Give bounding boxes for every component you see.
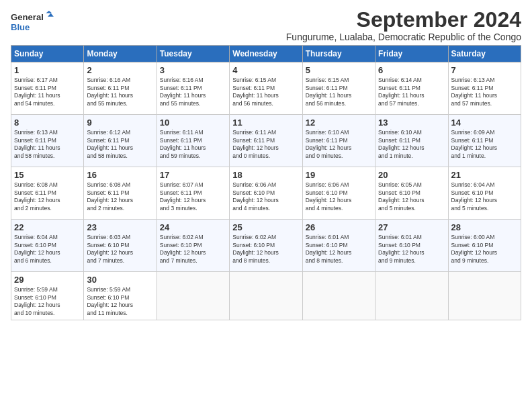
day-content: Sunrise: 6:02 AM Sunset: 6:10 PM Dayligh… <box>160 234 226 265</box>
header-thursday: Thursday <box>302 46 375 62</box>
calendar-header-row: Sunday Monday Tuesday Wednesday Thursday… <box>11 46 521 62</box>
table-row: 2Sunrise: 6:16 AM Sunset: 6:11 PM Daylig… <box>84 62 157 115</box>
day-content: Sunrise: 6:03 AM Sunset: 6:10 PM Dayligh… <box>87 234 153 265</box>
day-content: Sunrise: 6:12 AM Sunset: 6:11 PM Dayligh… <box>87 129 153 160</box>
table-row: 9Sunrise: 6:12 AM Sunset: 6:11 PM Daylig… <box>84 115 157 167</box>
table-row: 4Sunrise: 6:15 AM Sunset: 6:11 PM Daylig… <box>230 62 302 115</box>
day-number: 11 <box>232 118 299 128</box>
day-number: 19 <box>306 170 372 180</box>
day-content: Sunrise: 6:09 AM Sunset: 6:11 PM Dayligh… <box>451 129 518 160</box>
day-content: Sunrise: 6:15 AM Sunset: 6:11 PM Dayligh… <box>232 77 299 107</box>
day-number: 7 <box>451 65 518 75</box>
table-row <box>302 272 375 320</box>
table-row: 21Sunrise: 6:04 AM Sunset: 6:10 PM Dayli… <box>448 167 521 220</box>
day-content: Sunrise: 6:07 AM Sunset: 6:11 PM Dayligh… <box>160 181 226 212</box>
table-row <box>375 272 448 320</box>
table-row: 16Sunrise: 6:08 AM Sunset: 6:11 PM Dayli… <box>84 167 157 220</box>
day-number: 2 <box>87 65 153 75</box>
day-number: 6 <box>378 65 445 75</box>
page-subtitle: Fungurume, Lualaba, Democratic Republic … <box>286 32 521 42</box>
day-content: Sunrise: 6:14 AM Sunset: 6:11 PM Dayligh… <box>378 77 445 107</box>
day-content: Sunrise: 6:15 AM Sunset: 6:11 PM Dayligh… <box>306 77 372 107</box>
day-number: 5 <box>306 65 372 75</box>
day-number: 17 <box>160 170 226 180</box>
header-monday: Monday <box>84 46 157 62</box>
svg-text:General: General <box>11 12 44 22</box>
day-number: 24 <box>160 222 226 232</box>
header-sunday: Sunday <box>11 46 84 62</box>
day-content: Sunrise: 6:06 AM Sunset: 6:10 PM Dayligh… <box>232 181 299 212</box>
table-row: 10Sunrise: 6:11 AM Sunset: 6:11 PM Dayli… <box>157 115 229 167</box>
day-number: 9 <box>87 118 153 128</box>
day-number: 22 <box>14 222 81 232</box>
table-row: 8Sunrise: 6:13 AM Sunset: 6:11 PM Daylig… <box>11 115 84 167</box>
day-content: Sunrise: 6:16 AM Sunset: 6:11 PM Dayligh… <box>87 77 153 107</box>
table-row: 17Sunrise: 6:07 AM Sunset: 6:11 PM Dayli… <box>157 167 229 220</box>
day-content: Sunrise: 5:59 AM Sunset: 6:10 PM Dayligh… <box>87 286 153 317</box>
title-block: September 2024 Fungurume, Lualaba, Democ… <box>286 8 521 42</box>
day-number: 21 <box>451 170 518 180</box>
table-row: 11Sunrise: 6:11 AM Sunset: 6:11 PM Dayli… <box>230 115 302 167</box>
table-row: 1Sunrise: 6:17 AM Sunset: 6:11 PM Daylig… <box>11 62 84 115</box>
page-title: September 2024 <box>286 8 521 32</box>
svg-marker-2 <box>46 11 52 13</box>
calendar-table: Sunday Monday Tuesday Wednesday Thursday… <box>11 45 521 320</box>
day-number: 29 <box>14 275 81 285</box>
day-number: 4 <box>232 65 299 75</box>
day-number: 20 <box>378 170 445 180</box>
day-number: 13 <box>378 118 445 128</box>
day-content: Sunrise: 6:10 AM Sunset: 6:11 PM Dayligh… <box>378 129 445 160</box>
header-saturday: Saturday <box>448 46 521 62</box>
table-row: 18Sunrise: 6:06 AM Sunset: 6:10 PM Dayli… <box>230 167 302 220</box>
day-content: Sunrise: 6:11 AM Sunset: 6:11 PM Dayligh… <box>232 129 299 160</box>
day-content: Sunrise: 6:10 AM Sunset: 6:11 PM Dayligh… <box>306 129 372 160</box>
day-content: Sunrise: 6:16 AM Sunset: 6:11 PM Dayligh… <box>160 77 226 107</box>
header-tuesday: Tuesday <box>157 46 229 62</box>
day-content: Sunrise: 6:04 AM Sunset: 6:10 PM Dayligh… <box>14 234 81 265</box>
day-content: Sunrise: 6:06 AM Sunset: 6:10 PM Dayligh… <box>306 181 372 212</box>
table-row: 25Sunrise: 6:02 AM Sunset: 6:10 PM Dayli… <box>230 220 302 272</box>
header-wednesday: Wednesday <box>230 46 302 62</box>
day-content: Sunrise: 6:13 AM Sunset: 6:11 PM Dayligh… <box>451 77 518 107</box>
day-number: 25 <box>232 222 299 232</box>
day-number: 28 <box>451 222 518 232</box>
day-content: Sunrise: 5:59 AM Sunset: 6:10 PM Dayligh… <box>14 286 81 317</box>
day-content: Sunrise: 6:08 AM Sunset: 6:11 PM Dayligh… <box>14 181 81 212</box>
day-number: 14 <box>451 118 518 128</box>
table-row: 19Sunrise: 6:06 AM Sunset: 6:10 PM Dayli… <box>302 167 375 220</box>
logo: GeneralBlue <box>11 11 60 34</box>
table-row <box>448 272 521 320</box>
logo-icon: GeneralBlue <box>11 11 58 34</box>
table-row: 13Sunrise: 6:10 AM Sunset: 6:11 PM Dayli… <box>375 115 448 167</box>
table-row: 5Sunrise: 6:15 AM Sunset: 6:11 PM Daylig… <box>302 62 375 115</box>
table-row: 6Sunrise: 6:14 AM Sunset: 6:11 PM Daylig… <box>375 62 448 115</box>
table-row: 22Sunrise: 6:04 AM Sunset: 6:10 PM Dayli… <box>11 220 84 272</box>
table-row: 7Sunrise: 6:13 AM Sunset: 6:11 PM Daylig… <box>448 62 521 115</box>
day-number: 8 <box>14 118 81 128</box>
page-header: GeneralBlue September 2024 Fungurume, Lu… <box>11 8 521 42</box>
table-row: 28Sunrise: 6:00 AM Sunset: 6:10 PM Dayli… <box>448 220 521 272</box>
table-row: 14Sunrise: 6:09 AM Sunset: 6:11 PM Dayli… <box>448 115 521 167</box>
day-number: 18 <box>232 170 299 180</box>
day-content: Sunrise: 6:04 AM Sunset: 6:10 PM Dayligh… <box>451 181 518 212</box>
day-number: 27 <box>378 222 445 232</box>
table-row: 23Sunrise: 6:03 AM Sunset: 6:10 PM Dayli… <box>84 220 157 272</box>
table-row: 27Sunrise: 6:01 AM Sunset: 6:10 PM Dayli… <box>375 220 448 272</box>
table-row: 12Sunrise: 6:10 AM Sunset: 6:11 PM Dayli… <box>302 115 375 167</box>
header-friday: Friday <box>375 46 448 62</box>
day-content: Sunrise: 6:13 AM Sunset: 6:11 PM Dayligh… <box>14 129 81 160</box>
day-number: 23 <box>87 222 153 232</box>
table-row <box>230 272 302 320</box>
day-number: 12 <box>306 118 372 128</box>
day-content: Sunrise: 6:17 AM Sunset: 6:11 PM Dayligh… <box>14 77 81 107</box>
svg-marker-3 <box>48 13 54 17</box>
svg-text:Blue: Blue <box>11 22 30 32</box>
day-content: Sunrise: 6:11 AM Sunset: 6:11 PM Dayligh… <box>160 129 226 160</box>
day-number: 1 <box>14 65 81 75</box>
day-number: 26 <box>306 222 372 232</box>
table-row: 29Sunrise: 5:59 AM Sunset: 6:10 PM Dayli… <box>11 272 84 320</box>
day-number: 3 <box>160 65 226 75</box>
day-content: Sunrise: 6:08 AM Sunset: 6:11 PM Dayligh… <box>87 181 153 212</box>
table-row <box>157 272 229 320</box>
table-row: 24Sunrise: 6:02 AM Sunset: 6:10 PM Dayli… <box>157 220 229 272</box>
